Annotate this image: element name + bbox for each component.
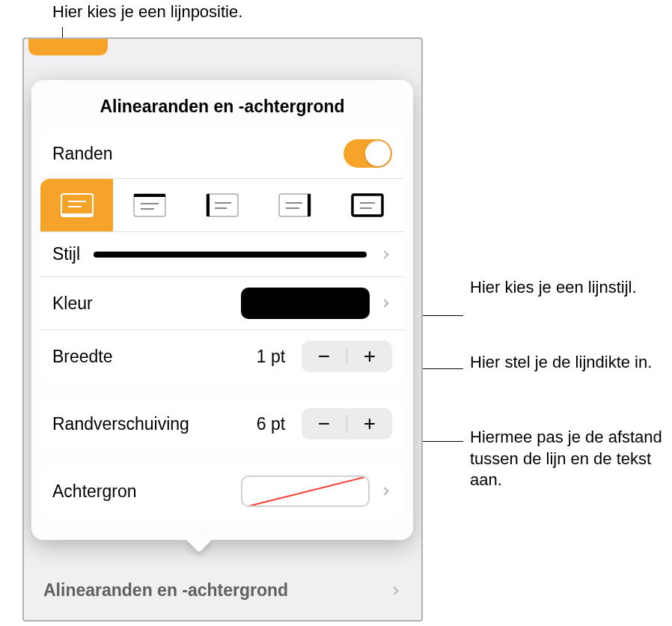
svg-rect-1 [61,213,93,216]
width-stepper: − + [302,341,392,372]
chevron-right-icon [380,487,388,495]
svg-rect-12 [279,194,311,216]
border-bottom-icon [61,193,94,217]
callout-line-style: Hier kies je een lijnstijl. [470,277,637,299]
border-all-icon [351,193,384,217]
popover-pointer [186,527,212,553]
width-label: Breedte [52,347,113,367]
offset-value: 6 pt [251,414,291,434]
callout-border-offset: Hiermee pas je de afstand tussen de lijn… [470,427,672,491]
style-label: Stijl [52,244,80,264]
row-style[interactable]: Stijl [40,232,404,277]
row-width: Breedte 1 pt − + [40,330,404,383]
border-pos-top[interactable] [113,179,186,231]
border-pos-right[interactable] [259,179,332,231]
borders-label: Randen [52,144,113,164]
width-minus-button[interactable]: − [302,341,346,372]
chevron-right-icon [390,586,398,595]
svg-rect-16 [352,195,382,216]
card-offset: Randverschuiving 6 pt − + [40,398,404,450]
background-swatch-none[interactable] [241,475,370,507]
offset-plus-button[interactable]: + [347,408,392,440]
border-pos-bottom[interactable] [40,179,113,231]
svg-rect-8 [207,194,238,216]
border-pos-left[interactable] [186,179,258,231]
svg-rect-4 [134,194,165,216]
chevron-right-icon [380,250,388,258]
svg-rect-0 [61,194,93,216]
row-offset: Randverschuiving 6 pt − + [40,398,404,450]
offset-label: Randverschuiving [52,414,189,434]
border-pos-all[interactable] [332,179,404,231]
border-left-icon [206,193,239,217]
panel-frame: Alinearanden en -achtergrond Randen [22,37,423,622]
width-plus-button[interactable]: + [347,341,392,372]
borders-background-popover: Alinearanden en -achtergrond Randen [31,80,413,540]
color-swatch[interactable] [241,288,370,319]
style-line-preview [94,252,367,258]
toggle-knob [365,141,391,166]
borders-toggle[interactable] [343,139,392,168]
bottom-bar-row[interactable]: Alinearanden en -achtergrond [24,568,421,608]
border-top-icon [133,193,166,217]
border-right-icon [278,193,311,217]
popover-title: Alinearanden en -achtergrond [31,80,413,129]
callout-line-width: Hier stel je de lijndikte in. [470,352,652,374]
width-value: 1 pt [251,347,291,367]
row-borders-toggle: Randen [40,129,404,179]
card-borders: Randen [40,129,404,383]
border-positions-row [40,179,404,232]
card-background: Achtergron [40,465,404,517]
orange-tab [28,39,108,55]
offset-stepper: − + [302,408,392,440]
chevron-right-icon [380,299,388,307]
svg-rect-5 [134,194,165,197]
row-color[interactable]: Kleur [40,277,404,330]
background-label: Achtergron [52,481,137,502]
svg-rect-9 [207,194,210,216]
row-background[interactable]: Achtergron [40,465,404,517]
callout-line-position: Hier kies je een lijnpositie. [52,1,242,23]
color-label: Kleur [52,294,93,314]
bottom-bar-label: Alinearanden en -achtergrond [43,580,288,601]
svg-rect-13 [308,194,311,216]
offset-minus-button[interactable]: − [302,408,346,440]
